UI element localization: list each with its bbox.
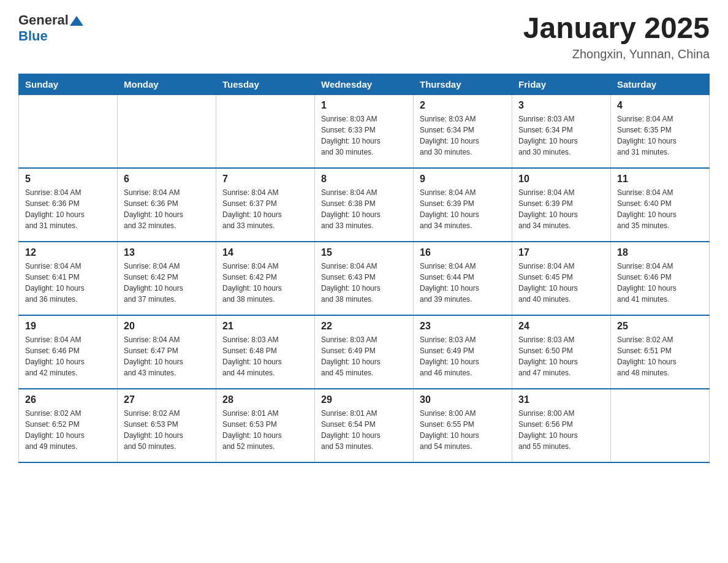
day-number: 13 <box>124 247 210 258</box>
calendar-cell: 19Sunrise: 8:04 AM Sunset: 6:46 PM Dayli… <box>19 315 118 389</box>
calendar-cell: 7Sunrise: 8:04 AM Sunset: 6:37 PM Daylig… <box>216 168 315 242</box>
calendar-cell: 11Sunrise: 8:04 AM Sunset: 6:40 PM Dayli… <box>611 168 710 242</box>
day-info: Sunrise: 8:02 AM Sunset: 6:52 PM Dayligh… <box>25 408 111 452</box>
logo-blue-text: Blue <box>18 28 48 44</box>
day-of-week-header: Friday <box>512 74 611 94</box>
day-info: Sunrise: 8:00 AM Sunset: 6:56 PM Dayligh… <box>518 408 604 452</box>
day-info: Sunrise: 8:04 AM Sunset: 6:35 PM Dayligh… <box>617 113 703 158</box>
day-info: Sunrise: 8:03 AM Sunset: 6:34 PM Dayligh… <box>420 113 506 158</box>
day-number: 15 <box>321 247 407 258</box>
day-of-week-header: Sunday <box>19 74 118 94</box>
calendar-cell: 27Sunrise: 8:02 AM Sunset: 6:53 PM Dayli… <box>118 389 216 462</box>
calendar-cell: 18Sunrise: 8:04 AM Sunset: 6:46 PM Dayli… <box>611 242 710 315</box>
day-number: 21 <box>222 321 308 332</box>
day-number: 2 <box>420 100 506 111</box>
day-number: 23 <box>420 321 506 332</box>
calendar-week-row: 5Sunrise: 8:04 AM Sunset: 6:36 PM Daylig… <box>19 168 710 242</box>
day-number: 12 <box>25 247 111 258</box>
day-number: 30 <box>420 394 506 405</box>
day-number: 10 <box>518 174 604 185</box>
calendar-cell: 21Sunrise: 8:03 AM Sunset: 6:48 PM Dayli… <box>216 315 315 389</box>
calendar-cell: 13Sunrise: 8:04 AM Sunset: 6:42 PM Dayli… <box>118 242 216 315</box>
day-info: Sunrise: 8:04 AM Sunset: 6:46 PM Dayligh… <box>25 334 111 378</box>
calendar-cell: 9Sunrise: 8:04 AM Sunset: 6:39 PM Daylig… <box>414 168 512 242</box>
calendar-cell: 23Sunrise: 8:03 AM Sunset: 6:49 PM Dayli… <box>414 315 512 389</box>
calendar-title: January 2025 <box>523 12 710 45</box>
calendar-cell: 10Sunrise: 8:04 AM Sunset: 6:39 PM Dayli… <box>512 168 611 242</box>
day-info: Sunrise: 8:03 AM Sunset: 6:34 PM Dayligh… <box>518 113 604 158</box>
calendar-cell: 14Sunrise: 8:04 AM Sunset: 6:42 PM Dayli… <box>216 242 315 315</box>
day-number: 3 <box>518 100 604 111</box>
calendar-cell: 2Sunrise: 8:03 AM Sunset: 6:34 PM Daylig… <box>414 94 512 168</box>
day-of-week-header: Monday <box>118 74 216 94</box>
calendar-cell: 20Sunrise: 8:04 AM Sunset: 6:47 PM Dayli… <box>118 315 216 389</box>
day-info: Sunrise: 8:01 AM Sunset: 6:53 PM Dayligh… <box>222 408 308 452</box>
day-number: 5 <box>25 174 111 185</box>
day-number: 14 <box>222 247 308 258</box>
day-number: 18 <box>617 247 703 258</box>
calendar-cell: 6Sunrise: 8:04 AM Sunset: 6:36 PM Daylig… <box>118 168 216 242</box>
day-info: Sunrise: 8:02 AM Sunset: 6:51 PM Dayligh… <box>617 334 703 378</box>
calendar-cell: 25Sunrise: 8:02 AM Sunset: 6:51 PM Dayli… <box>611 315 710 389</box>
day-of-week-header: Saturday <box>611 74 710 94</box>
day-number: 6 <box>124 174 210 185</box>
calendar-cell: 22Sunrise: 8:03 AM Sunset: 6:49 PM Dayli… <box>315 315 414 389</box>
calendar-cell: 3Sunrise: 8:03 AM Sunset: 6:34 PM Daylig… <box>512 94 611 168</box>
day-number: 7 <box>222 174 308 185</box>
day-info: Sunrise: 8:04 AM Sunset: 6:47 PM Dayligh… <box>124 334 210 378</box>
calendar-header-row: SundayMondayTuesdayWednesdayThursdayFrid… <box>19 74 710 94</box>
day-info: Sunrise: 8:04 AM Sunset: 6:46 PM Dayligh… <box>617 261 703 305</box>
calendar-week-row: 1Sunrise: 8:03 AM Sunset: 6:33 PM Daylig… <box>19 94 710 168</box>
day-number: 28 <box>222 394 308 405</box>
calendar-cell: 4Sunrise: 8:04 AM Sunset: 6:35 PM Daylig… <box>611 94 710 168</box>
calendar-cell: 5Sunrise: 8:04 AM Sunset: 6:36 PM Daylig… <box>19 168 118 242</box>
day-number: 9 <box>420 174 506 185</box>
day-info: Sunrise: 8:04 AM Sunset: 6:39 PM Dayligh… <box>518 187 604 231</box>
day-number: 22 <box>321 321 407 332</box>
day-info: Sunrise: 8:03 AM Sunset: 6:50 PM Dayligh… <box>518 334 604 378</box>
calendar-week-row: 19Sunrise: 8:04 AM Sunset: 6:46 PM Dayli… <box>19 315 710 389</box>
day-number: 17 <box>518 247 604 258</box>
day-number: 8 <box>321 174 407 185</box>
day-of-week-header: Wednesday <box>315 74 414 94</box>
day-number: 19 <box>25 321 111 332</box>
logo-triangle-icon <box>70 15 83 27</box>
calendar-week-row: 26Sunrise: 8:02 AM Sunset: 6:52 PM Dayli… <box>19 389 710 462</box>
calendar-cell: 15Sunrise: 8:04 AM Sunset: 6:43 PM Dayli… <box>315 242 414 315</box>
calendar-cell: 12Sunrise: 8:04 AM Sunset: 6:41 PM Dayli… <box>19 242 118 315</box>
page-header: General Blue January 2025 Zhongxin, Yunn… <box>18 12 710 61</box>
day-number: 16 <box>420 247 506 258</box>
calendar-cell: 30Sunrise: 8:00 AM Sunset: 6:55 PM Dayli… <box>414 389 512 462</box>
day-number: 4 <box>617 100 703 111</box>
day-number: 1 <box>321 100 407 111</box>
day-info: Sunrise: 8:04 AM Sunset: 6:36 PM Dayligh… <box>25 187 111 231</box>
day-info: Sunrise: 8:03 AM Sunset: 6:48 PM Dayligh… <box>222 334 308 378</box>
day-info: Sunrise: 8:02 AM Sunset: 6:53 PM Dayligh… <box>124 408 210 452</box>
day-info: Sunrise: 8:04 AM Sunset: 6:41 PM Dayligh… <box>25 261 111 305</box>
calendar-cell: 31Sunrise: 8:00 AM Sunset: 6:56 PM Dayli… <box>512 389 611 462</box>
day-info: Sunrise: 8:04 AM Sunset: 6:40 PM Dayligh… <box>617 187 703 231</box>
calendar-cell: 24Sunrise: 8:03 AM Sunset: 6:50 PM Dayli… <box>512 315 611 389</box>
calendar-cell: 29Sunrise: 8:01 AM Sunset: 6:54 PM Dayli… <box>315 389 414 462</box>
day-info: Sunrise: 8:03 AM Sunset: 6:33 PM Dayligh… <box>321 113 407 158</box>
day-of-week-header: Tuesday <box>216 74 315 94</box>
calendar-cell <box>216 94 315 168</box>
calendar-cell <box>611 389 710 462</box>
day-info: Sunrise: 8:04 AM Sunset: 6:43 PM Dayligh… <box>321 261 407 305</box>
day-info: Sunrise: 8:04 AM Sunset: 6:36 PM Dayligh… <box>124 187 210 231</box>
calendar-week-row: 12Sunrise: 8:04 AM Sunset: 6:41 PM Dayli… <box>19 242 710 315</box>
day-number: 11 <box>617 174 703 185</box>
logo-general-text: General <box>18 12 69 28</box>
day-info: Sunrise: 8:04 AM Sunset: 6:37 PM Dayligh… <box>222 187 308 231</box>
day-info: Sunrise: 8:04 AM Sunset: 6:42 PM Dayligh… <box>124 261 210 305</box>
calendar-cell: 16Sunrise: 8:04 AM Sunset: 6:44 PM Dayli… <box>414 242 512 315</box>
day-info: Sunrise: 8:04 AM Sunset: 6:45 PM Dayligh… <box>518 261 604 305</box>
calendar-cell <box>19 94 118 168</box>
day-info: Sunrise: 8:01 AM Sunset: 6:54 PM Dayligh… <box>321 408 407 452</box>
calendar-cell <box>118 94 216 168</box>
logo: General Blue <box>18 12 83 44</box>
day-number: 20 <box>124 321 210 332</box>
day-number: 29 <box>321 394 407 405</box>
day-number: 25 <box>617 321 703 332</box>
day-number: 26 <box>25 394 111 405</box>
